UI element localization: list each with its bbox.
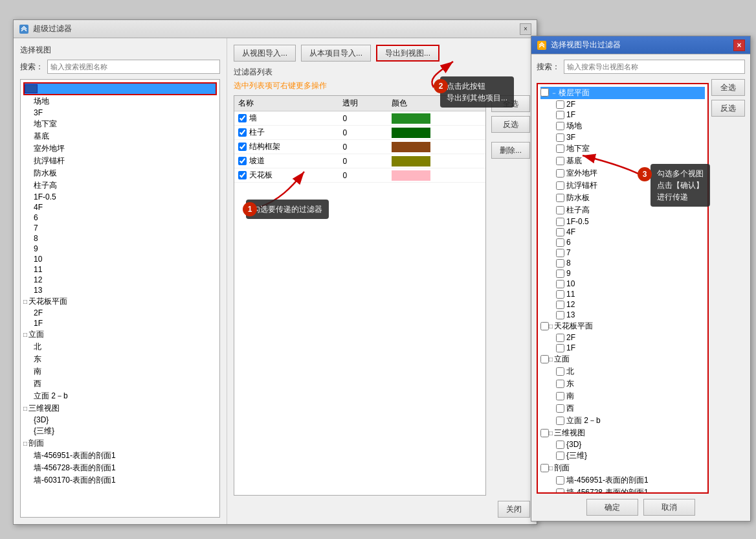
second-tree-item-tb1f[interactable]: 1F: [540, 343, 705, 353]
second-view-tree[interactable]: － 楼层平面 2F 1F 场地: [537, 83, 709, 494]
second-tree-item-6[interactable]: 6: [540, 237, 705, 247]
tree-item-changdi[interactable]: 场地: [23, 95, 217, 108]
s-check-9[interactable]: [556, 270, 564, 278]
tree-item-kanban[interactable]: 抗浮锚杆: [23, 155, 217, 167]
s-check-1f05[interactable]: [556, 218, 564, 226]
import-from-view-button[interactable]: 从视图导入...: [234, 45, 296, 62]
s-check-shiwai[interactable]: [556, 169, 564, 178]
s-check-6[interactable]: [556, 238, 564, 247]
s-check-4f[interactable]: [556, 228, 564, 236]
select-all-button[interactable]: 全选: [491, 95, 530, 112]
s-check-8[interactable]: [556, 259, 564, 268]
second-tree-item-dong[interactable]: 东: [540, 378, 705, 390]
s-check-kanban[interactable]: [556, 181, 564, 190]
cancel-button[interactable]: 取消: [643, 499, 695, 516]
s-check-3d[interactable]: [556, 441, 564, 449]
second-tree-item-7[interactable]: 7: [540, 247, 705, 258]
second-tree-item-4f[interactable]: 4F: [540, 227, 705, 237]
tree-item-sanwei[interactable]: {三维}: [23, 425, 217, 437]
s-check-limian[interactable]: [540, 355, 549, 363]
tree-item-fangshui[interactable]: 防水板: [23, 167, 217, 179]
search-input[interactable]: [47, 60, 220, 74]
second-tree-item-xi[interactable]: 西: [540, 402, 705, 415]
tree-item-bei[interactable]: 北: [23, 341, 217, 353]
tree-item-tb1f[interactable]: 1F: [23, 318, 217, 328]
tree-item-shiwai[interactable]: 室外地坪: [23, 143, 217, 155]
second-tree-group-jianmian[interactable]: □ 剖面: [540, 462, 705, 474]
second-tree-item-limian2b[interactable]: 立面 2－b: [540, 415, 705, 427]
s-check-1f[interactable]: [556, 111, 564, 119]
second-search-input[interactable]: [564, 60, 745, 74]
s-check-jm1[interactable]: [556, 476, 564, 485]
second-tree-item-tb2f[interactable]: 2F: [540, 332, 705, 343]
tree-item-7[interactable]: 7: [23, 223, 217, 233]
filter-checkbox-jiegou[interactable]: [238, 143, 247, 151]
second-tree-item-2f[interactable]: 2F: [540, 99, 705, 109]
second-close-button[interactable]: ×: [733, 40, 745, 51]
tree-item-8[interactable]: 8: [23, 233, 217, 244]
second-tree-item-shiwai[interactable]: 室外地坪: [540, 167, 705, 179]
tree-group-limian[interactable]: □ 立面: [23, 328, 217, 341]
second-tree-item-dixiashi[interactable]: 地下室: [540, 143, 705, 155]
tree-group-jianmian[interactable]: □ 剖面: [23, 437, 217, 450]
tree-item-selected[interactable]: [23, 82, 217, 95]
tree-item-xi[interactable]: 西: [23, 378, 217, 390]
second-tree-group-loujpingmian[interactable]: － 楼层平面: [540, 87, 705, 99]
second-tree-group-limian[interactable]: □ 立面: [540, 353, 705, 365]
second-tree-item-9[interactable]: 9: [540, 268, 705, 279]
filter-row-jiegou[interactable]: 结构框架 0: [234, 140, 485, 154]
s-check-11[interactable]: [556, 290, 564, 299]
s-check-jidi[interactable]: [556, 157, 564, 165]
second-tree-item-jm2[interactable]: 墙-456728-表面的剖面1: [540, 487, 705, 494]
filter-checkbox-tianhuaban[interactable]: [238, 171, 247, 179]
tree-item-10[interactable]: 10: [23, 254, 217, 264]
s-check-jm2[interactable]: [556, 488, 564, 494]
tree-item-12[interactable]: 12: [23, 275, 217, 285]
s-check-2f[interactable]: [556, 100, 564, 109]
tree-group-sanwei[interactable]: □ 三维视图: [23, 402, 217, 415]
tree-item-9[interactable]: 9: [23, 244, 217, 254]
second-tree-item-3f[interactable]: 3F: [540, 132, 705, 143]
second-tree-item-3d[interactable]: {3D}: [540, 439, 705, 450]
s-check-tb1f[interactable]: [556, 344, 564, 352]
second-select-all-button[interactable]: 全选: [711, 79, 745, 96]
s-check-bei[interactable]: [556, 367, 564, 376]
tree-item-jm1[interactable]: 墙-456951-表面的剖面1: [23, 450, 217, 462]
tree-item-zhuzigao[interactable]: 柱子高: [23, 179, 217, 192]
tree-group-tianhuaban[interactable]: □ 天花板平面: [23, 295, 217, 308]
tree-item-nan[interactable]: 南: [23, 365, 217, 378]
tree-item-dong[interactable]: 东: [23, 353, 217, 365]
second-tree-item-jidi[interactable]: 基底: [540, 155, 705, 167]
second-tree-group-sanwei[interactable]: □ 三维视图: [540, 427, 705, 439]
tree-item-11[interactable]: 11: [23, 264, 217, 275]
second-tree-item-sanwei[interactable]: {三维}: [540, 450, 705, 462]
second-deselect-button[interactable]: 反选: [711, 100, 745, 117]
s-check-10[interactable]: [556, 280, 564, 288]
s-check-13[interactable]: [556, 311, 564, 319]
filter-row-zhuzi[interactable]: 柱子 0: [234, 126, 485, 140]
second-tree-item-bei[interactable]: 北: [540, 365, 705, 378]
tree-item-6[interactable]: 6: [23, 212, 217, 223]
second-tree-item-8[interactable]: 8: [540, 258, 705, 268]
s-check-7[interactable]: [556, 249, 564, 257]
s-check-3f[interactable]: [556, 133, 564, 142]
s-check-dixiashi[interactable]: [556, 144, 564, 153]
filter-checkbox-podao[interactable]: [238, 157, 247, 165]
second-tree-item-changdi[interactable]: 场地: [540, 120, 705, 132]
s-check-fangshui[interactable]: [556, 194, 564, 202]
view-tree[interactable]: 场地 3F 地下室 基底 室外地坪: [20, 79, 220, 518]
s-check-sanwei-item[interactable]: [556, 452, 564, 460]
tree-item-limian2b[interactable]: 立面 2－b: [23, 390, 217, 402]
tree-item-3f[interactable]: 3F: [23, 108, 217, 118]
second-tree-item-12[interactable]: 12: [540, 299, 705, 310]
filter-row-qiang[interactable]: 墙 0: [234, 111, 485, 126]
filter-checkbox-qiang[interactable]: [238, 114, 247, 122]
second-tree-item-10[interactable]: 10: [540, 279, 705, 289]
tree-item-jm3[interactable]: 墙-603170-表面的剖面1: [23, 474, 217, 487]
close-button[interactable]: 关闭: [498, 501, 530, 518]
tree-item-dixiashi[interactable]: 地下室: [23, 118, 217, 130]
second-tree-item-zhuzigao[interactable]: 柱子高: [540, 204, 705, 216]
second-check-loujpingmian[interactable]: [540, 88, 549, 97]
tree-item-13[interactable]: 13: [23, 285, 217, 295]
filter-row-tianhuaban[interactable]: 天花板 0: [234, 168, 485, 183]
